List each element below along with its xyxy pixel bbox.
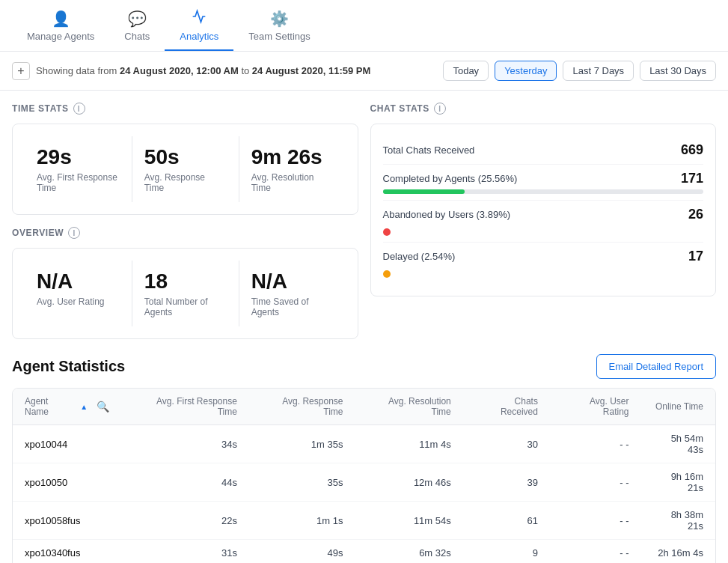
last7-button[interactable]: Last 7 Days: [563, 61, 634, 81]
nav-analytics[interactable]: Analytics: [165, 0, 233, 51]
rating-cell: - -: [550, 502, 641, 540]
online-time-cell: 2h 16m 4s: [641, 540, 715, 564]
avg-first-cell: 22s: [123, 502, 249, 540]
overview-title: OVERVIEW i: [12, 227, 358, 239]
total-chats-label: Total Chats Received: [383, 144, 475, 156]
table-row: xpo10050 44s 35s 12m 46s 39 - - 9h 16m 2…: [13, 463, 715, 502]
agent-name-cell: xpo10340fus: [13, 540, 123, 564]
delayed-label: Delayed (2.54%): [383, 251, 456, 262]
online-time-cell: 5h 54m 43s: [641, 425, 715, 463]
avg-response-cell: 1m 35s: [249, 425, 355, 463]
avg-resolution-label: Avg. Resolution Time: [251, 172, 334, 193]
abandoned-value: 26: [688, 207, 703, 222]
avg-response-value: 50s: [144, 145, 227, 169]
col-chats: Chats Received: [463, 389, 550, 425]
avg-resolution-cell: 11m 54s: [355, 502, 463, 540]
agent-name-cell: xpo10058fus: [13, 502, 123, 540]
abandoned-dot: [383, 228, 391, 236]
left-panel: TIME STATS i 29s Avg. First Response Tim…: [12, 103, 358, 339]
chats-cell: 9: [463, 540, 550, 564]
team-settings-icon: ⚙️: [270, 10, 289, 28]
add-button[interactable]: +: [12, 62, 30, 80]
avg-resolution-cell: 11m 4s: [355, 425, 463, 463]
time-stats-card: 29s Avg. First Response Time 50s Avg. Re…: [12, 124, 358, 215]
avg-resolution-cell: 6m 32s: [355, 540, 463, 564]
overview-section: OVERVIEW i N/A Avg. User Rating 18 Total…: [12, 227, 358, 339]
overview-info-icon[interactable]: i: [68, 227, 80, 239]
toolbar: + Showing data from 24 August 2020, 12:0…: [0, 52, 728, 91]
completed-agents-value: 171: [681, 171, 703, 186]
overview-grid: N/A Avg. User Rating 18 Total Number of …: [25, 261, 346, 326]
delayed-row: Delayed (2.54%) 17: [383, 243, 704, 284]
navigation: 👤 Manage Agents 💬 Chats Analytics ⚙️ Tea…: [0, 0, 728, 52]
total-chats-row: Total Chats Received 669: [383, 136, 704, 165]
chats-icon: 💬: [128, 10, 147, 28]
avg-resolution-value: 9m 26s: [251, 145, 334, 169]
delayed-dot: [383, 270, 391, 278]
agent-name-cell: xpo10050: [13, 463, 123, 502]
agent-search-button[interactable]: 🔍: [94, 398, 111, 416]
online-time-cell: 9h 16m 21s: [641, 463, 715, 502]
avg-resolution-time: 9m 26s Avg. Resolution Time: [239, 136, 346, 202]
overview-card: N/A Avg. User Rating 18 Total Number of …: [12, 248, 358, 339]
completed-agents-label: Completed by Agents (25.56%): [383, 173, 518, 184]
time-saved: N/A Time Saved of Agents: [239, 261, 346, 326]
completed-agents-progress-bar: [383, 189, 465, 194]
avg-first-cell: 44s: [123, 463, 249, 502]
col-avg-resolution: Avg. Resolution Time: [355, 389, 463, 425]
avg-first-response: 29s Avg. First Response Time: [25, 136, 132, 202]
total-agents: 18 Total Number of Agents: [132, 261, 239, 326]
chat-stats-card: Total Chats Received 669 Completed by Ag…: [370, 124, 717, 296]
agent-table: Agent Name ▲ 🔍 Avg. First Response Time …: [13, 389, 715, 563]
avg-user-rating-value: N/A: [37, 270, 120, 293]
col-agent-name: Agent Name ▲ 🔍: [13, 389, 123, 425]
col-online: Online Time: [641, 389, 715, 425]
email-detailed-report-button[interactable]: Email Detailed Report: [596, 354, 716, 379]
nav-team-settings[interactable]: ⚙️ Team Settings: [233, 1, 325, 51]
table-row: xpo10058fus 22s 1m 1s 11m 54s 61 - - 8h …: [13, 502, 715, 540]
analytics-icon: [192, 9, 207, 28]
agent-stats-header: Agent Statistics Email Detailed Report: [12, 354, 716, 379]
total-agents-value: 18: [144, 270, 227, 293]
avg-response-label: Avg. Response Time: [144, 172, 227, 193]
agent-name-cell: xpo10044: [13, 425, 123, 463]
nav-manage-agents[interactable]: 👤 Manage Agents: [12, 1, 109, 51]
table-row: xpo10044 34s 1m 35s 11m 4s 30 - - 5h 54m…: [13, 425, 715, 463]
rating-cell: - -: [550, 540, 641, 564]
avg-first-cell: 34s: [123, 425, 249, 463]
chats-cell: 30: [463, 425, 550, 463]
avg-first-response-value: 29s: [37, 145, 120, 169]
agent-table-body: xpo10044 34s 1m 35s 11m 4s 30 - - 5h 54m…: [13, 425, 715, 564]
time-stats-section: TIME STATS i 29s Avg. First Response Tim…: [12, 103, 358, 215]
agent-table-container: Agent Name ▲ 🔍 Avg. First Response Time …: [12, 388, 716, 563]
sort-icon: ▲: [80, 403, 88, 411]
avg-user-rating: N/A Avg. User Rating: [25, 261, 132, 326]
rating-cell: - -: [550, 425, 641, 463]
chat-stats-info-icon[interactable]: i: [434, 103, 446, 115]
manage-agents-icon: 👤: [52, 10, 70, 28]
chats-cell: 61: [463, 502, 550, 540]
last30-button[interactable]: Last 30 Days: [640, 61, 716, 81]
avg-first-response-label: Avg. First Response Time: [37, 172, 120, 193]
time-saved-label: Time Saved of Agents: [251, 296, 334, 317]
col-avg-first: Avg. First Response Time: [123, 389, 249, 425]
total-agents-label: Total Number of Agents: [144, 296, 227, 317]
chat-stats-section: CHAT STATS i Total Chats Received 669 Co…: [370, 103, 717, 339]
yesterday-button[interactable]: Yesterday: [495, 61, 557, 81]
avg-response-time: 50s Avg. Response Time: [132, 136, 239, 202]
col-rating: Avg. User Rating: [550, 389, 641, 425]
avg-response-cell: 1m 1s: [249, 502, 355, 540]
online-time-cell: 8h 38m 21s: [641, 502, 715, 540]
time-stats-title: TIME STATS i: [12, 103, 358, 115]
agent-stats-title: Agent Statistics: [12, 358, 125, 375]
abandoned-row: Abandoned by Users (3.89%) 26: [383, 201, 704, 243]
time-stats-info-icon[interactable]: i: [73, 103, 85, 115]
time-stats-grid: 29s Avg. First Response Time 50s Avg. Re…: [25, 136, 346, 202]
chats-cell: 39: [463, 463, 550, 502]
time-saved-value: N/A: [251, 270, 334, 293]
avg-resolution-cell: 12m 46s: [355, 463, 463, 502]
avg-response-cell: 49s: [249, 540, 355, 564]
nav-chats[interactable]: 💬 Chats: [109, 1, 165, 51]
chat-stats-title: CHAT STATS i: [370, 103, 717, 115]
today-button[interactable]: Today: [443, 61, 489, 81]
